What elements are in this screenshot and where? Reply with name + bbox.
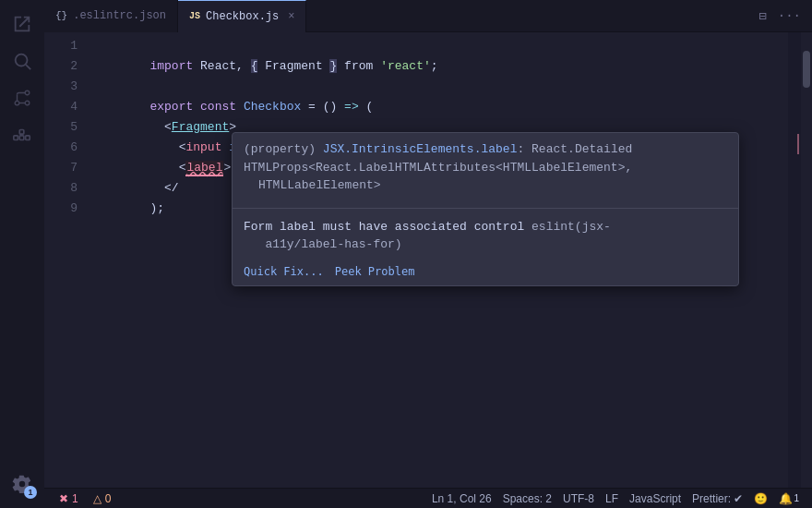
code-line-1: import React, { Fragment } from 'react';: [89, 36, 788, 56]
main-editor-area: {} .eslintrc.json JS Checkbox.js × ⊟ ···…: [44, 0, 812, 508]
scrollbar-thumb[interactable]: [803, 51, 810, 88]
settings-badge: 1: [24, 486, 37, 499]
minimap: [788, 32, 801, 488]
code-content[interactable]: import React, { Fragment } from 'react';…: [89, 32, 788, 488]
svg-rect-9: [19, 130, 24, 135]
tooltip-actions: Quick Fix... Peek Problem: [233, 261, 738, 285]
tab-bar-actions: ⊟ ···: [755, 6, 812, 26]
split-editor-button[interactable]: ⊟: [755, 6, 770, 26]
status-encoding[interactable]: UTF-8: [557, 489, 600, 509]
status-formatter[interactable]: Prettier: ✔: [687, 489, 748, 509]
status-line-ending[interactable]: LF: [600, 489, 624, 509]
activity-bar-source-control[interactable]: [6, 81, 39, 115]
tab-eslintrc[interactable]: {} .eslintrc.json: [44, 0, 178, 32]
svg-rect-8: [19, 136, 24, 140]
error-icon: ✖: [59, 492, 68, 505]
svg-rect-10: [26, 136, 30, 140]
code-editor[interactable]: 1 2 3 4 5 6 7 8 9 import React, { Fragme…: [44, 32, 812, 488]
status-language[interactable]: JavaScript: [624, 489, 687, 509]
tab-icon-eslintrc: {}: [55, 10, 67, 21]
activity-bar-search[interactable]: [6, 44, 39, 78]
svg-rect-7: [14, 136, 18, 140]
tooltip-property-name: JSX.IntrinsicElements.label: [323, 142, 518, 156]
code-line-3: export const Checkbox = () => (: [89, 77, 788, 97]
more-actions-button[interactable]: ···: [774, 6, 805, 25]
tab-label-checkbox: Checkbox.js: [206, 10, 279, 23]
error-count: 1: [72, 492, 78, 505]
tooltip-property-prefix: (property): [244, 142, 323, 156]
activity-bar-explorer[interactable]: [6, 7, 39, 41]
quick-fix-button[interactable]: Quick Fix...: [244, 265, 324, 278]
svg-point-2: [15, 101, 19, 105]
tooltip-html-props: HTMLProps<React.LabelHTMLAttributes<HTML…: [244, 161, 632, 175]
tab-bar: {} .eslintrc.json JS Checkbox.js × ⊟ ···: [44, 0, 812, 32]
activity-bar-bottom: 1: [6, 467, 39, 501]
svg-point-0: [16, 54, 28, 67]
activity-bar: 1: [0, 0, 44, 508]
tooltip-html-label: HTMLLabelElement>: [244, 178, 381, 192]
status-bell[interactable]: 🔔1: [773, 489, 805, 509]
tooltip-popup: (property) JSX.IntrinsicElements.label: …: [232, 132, 739, 286]
peek-problem-button[interactable]: Peek Problem: [335, 265, 415, 278]
tooltip-property-colon: : React.Detailed: [517, 142, 632, 156]
svg-point-3: [25, 91, 30, 95]
warning-count: 0: [105, 492, 112, 505]
line-numbers: 1 2 3 4 5 6 7 8 9: [44, 32, 89, 488]
status-position[interactable]: Ln 1, Col 26: [426, 489, 497, 509]
tab-icon-checkbox: JS: [189, 11, 200, 21]
status-warnings[interactable]: △ 0: [86, 489, 119, 509]
tab-checkbox[interactable]: JS Checkbox.js ×: [178, 0, 306, 32]
tab-label-eslintrc: .eslintrc.json: [73, 9, 166, 22]
status-errors[interactable]: ✖ 1: [52, 489, 86, 509]
tab-close-checkbox[interactable]: ×: [288, 10, 294, 23]
tooltip-error-text: Form label must have associated control: [244, 220, 531, 234]
tooltip-error: Form label must have associated control …: [233, 214, 738, 261]
notif-count: 1: [794, 493, 799, 503]
tooltip-divider: [233, 208, 738, 209]
scrollbar-track[interactable]: [801, 32, 812, 488]
svg-line-1: [26, 65, 30, 69]
status-bar: ✖ 1 △ 0 Ln 1, Col 26 Spaces: 2 UTF-8 LF …: [44, 488, 812, 508]
activity-bar-settings[interactable]: 1: [6, 467, 39, 501]
activity-bar-extensions[interactable]: [6, 118, 39, 151]
status-emoji[interactable]: 🙂: [748, 489, 773, 509]
warning-icon: △: [93, 492, 102, 505]
status-spaces[interactable]: Spaces: 2: [497, 489, 557, 509]
tooltip-body: (property) JSX.IntrinsicElements.label: …: [233, 133, 738, 202]
svg-point-4: [25, 101, 30, 105]
